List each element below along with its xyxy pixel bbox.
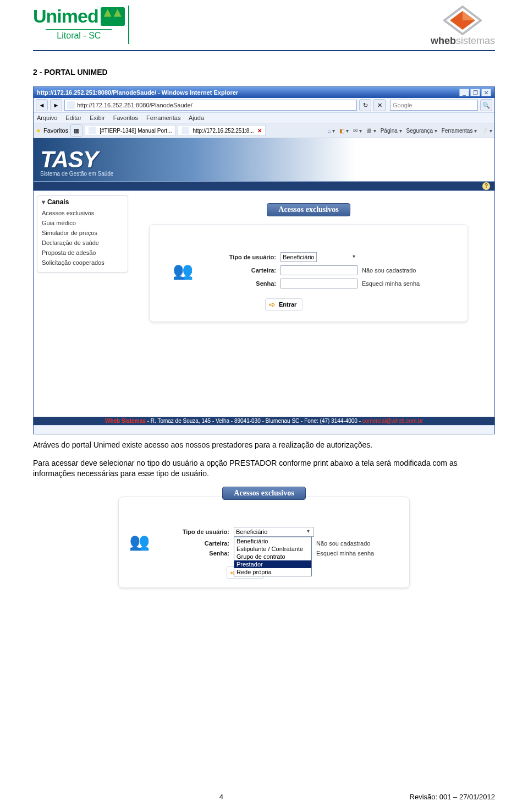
unimed-logo: Unimed Litoral - SC (33, 6, 129, 44)
tasy-banner: TASY Sistema de Gestão em Saúde (34, 138, 494, 181)
star-icon: ★ (36, 127, 41, 134)
paragraph-1: Atráves do portal Unimed existe acesso a… (33, 440, 495, 450)
search-button[interactable]: 🔍 (480, 99, 492, 111)
browser-toolbar-right: ⌂ ◧ ✉ 🖶 Página Segurança Ferramentas ❔ (328, 128, 493, 134)
revision-text: Revisão: 001 – 27/01/2012 (410, 793, 495, 801)
dd-option-prestador[interactable]: Prestador (234, 560, 311, 568)
page-icon (182, 127, 189, 134)
home-icon[interactable]: ⌂ (328, 128, 336, 134)
dd-option-estipulante[interactable]: Estipulante / Contratante (234, 545, 311, 553)
search-placeholder: Google (393, 102, 412, 108)
menu-ajuda[interactable]: Ajuda (189, 115, 204, 121)
browser-window: http://172.16.252.251:8080/PlanodeSaude/… (33, 86, 495, 434)
minimize-button[interactable]: _ (459, 89, 469, 96)
browser-menu: Arquivo Editar Exibir Favoritos Ferramen… (34, 113, 494, 123)
sidebar-title[interactable]: Canais (42, 198, 123, 206)
unimed-tree-icon (101, 7, 125, 26)
help-icon[interactable]: ? (482, 182, 490, 190)
dd-option-rede[interactable]: Rede própria (234, 568, 311, 576)
link-nao-cadastrado-2[interactable]: Não sou cadastrado (316, 540, 399, 547)
users-icon: 👥 (173, 261, 222, 280)
dd-option-beneficiario[interactable]: Beneficiário (234, 537, 311, 545)
link-nao-cadastrado[interactable]: Não sou cadastrado (362, 267, 444, 274)
url-text: http://172.16.252.251:8080/PlanodeSaude/ (77, 102, 193, 108)
tab-row: ★Favoritos ▦ [#TIERP-1348] Manual Port..… (34, 123, 494, 138)
label-carteira-2: Carteira: (178, 540, 229, 547)
entrar-button[interactable]: ➪ Entrar (265, 298, 302, 310)
paragraph-2: Para acessar deve selecionar no tipo do … (33, 458, 495, 479)
menu-exibir[interactable]: Exibir (90, 115, 105, 121)
screenshot-2: Acessos exclusivos 👥 Tipo de usuário: Be… (118, 487, 410, 588)
toolbar-pagina[interactable]: Página (381, 128, 402, 134)
browser-tab-1[interactable]: [#TIERP-1348] Manual Port... (85, 125, 175, 136)
refresh-button[interactable]: ↻ (359, 99, 371, 111)
input-carteira[interactable] (280, 265, 358, 275)
wheb-logo: whebsistemas (431, 6, 495, 47)
sidebar-item-declaracao[interactable]: Declaração de saúde (42, 238, 123, 248)
arrow-right-icon: ➪ (269, 300, 276, 309)
mail-icon[interactable]: ✉ (353, 128, 362, 134)
sidebar-item-simulador[interactable]: Simulador de preços (42, 228, 123, 238)
back-button[interactable]: ◄ (36, 99, 48, 111)
main-panel: Acessos exclusivos 👥 Tipo de usuário: Be… (128, 195, 489, 417)
dd-option-grupo[interactable]: Grupo de contrato (234, 553, 311, 560)
select-tipo-usuario-2[interactable] (234, 527, 314, 537)
menu-ferramentas[interactable]: Ferramentas (146, 115, 180, 121)
sidebar: Canais Acessos exclusivos Guia médico Si… (34, 195, 128, 417)
forward-button[interactable]: ► (50, 99, 62, 111)
top-strip: ? (34, 181, 494, 191)
label-carteira: Carteira: (227, 267, 276, 274)
window-title-text: http://172.16.252.251:8080/PlanodeSaude/… (37, 89, 238, 96)
tasy-tagline: Sistema de Gestão em Saúde (40, 171, 113, 177)
page-icon (67, 101, 75, 109)
unimed-subtitle: Litoral - SC (46, 29, 112, 41)
address-bar[interactable]: http://172.16.252.251:8080/PlanodeSaude/ (64, 100, 357, 111)
close-button[interactable]: ✕ (481, 89, 491, 96)
dropdown-list: Beneficiário Estipulante / Contratante G… (234, 537, 312, 576)
tab-close-icon[interactable]: ✕ (257, 128, 262, 134)
help-icon[interactable]: ❔ (481, 128, 492, 134)
content-area: Canais Acessos exclusivos Guia médico Si… (34, 191, 494, 417)
maximize-button[interactable]: ❐ (470, 89, 480, 96)
search-box[interactable]: Google (390, 100, 478, 111)
app-footer: Wheb Sistemas - R. Tomaz de Souza, 145 -… (34, 417, 494, 425)
page-number: 4 (219, 793, 223, 801)
toolbar-seguranca[interactable]: Segurança (406, 128, 437, 134)
label-tipo-2: Tipo de usuário: (178, 528, 229, 535)
panel-title: Acessos exclusivos (267, 203, 350, 216)
tab-grid-button[interactable]: ▦ (70, 124, 82, 137)
sidebar-item-proposta[interactable]: Proposta de adesão (42, 248, 123, 258)
sidebar-item-guia[interactable]: Guia médico (42, 218, 123, 228)
label-senha: Senha: (227, 280, 276, 287)
stop-button[interactable]: ✕ (373, 99, 386, 111)
wheb-brand-text: whebsistemas (431, 35, 495, 47)
link-esqueci-senha[interactable]: Esqueci minha senha (362, 280, 444, 287)
wheb-diamond-icon (443, 6, 482, 35)
login-card: 👥 Tipo de usuário: Beneficiário Carteira… (149, 224, 468, 322)
body-text: Atráves do portal Unimed existe acesso a… (33, 440, 495, 479)
browser-status-bar (34, 425, 494, 434)
label-tipo: Tipo de usuário: (227, 254, 276, 260)
print-icon[interactable]: 🖶 (366, 128, 376, 134)
select-tipo-usuario[interactable]: Beneficiário (280, 252, 317, 262)
link-esqueci-senha-2[interactable]: Esqueci minha senha (316, 550, 399, 557)
address-bar-row: ◄ ► http://172.16.252.251:8080/PlanodeSa… (34, 98, 494, 113)
feeds-icon[interactable]: ◧ (339, 128, 349, 134)
section-title: 2 - PORTAL UNIMED (33, 68, 495, 77)
sidebar-item-solicitacao[interactable]: Solicitação cooperados (42, 258, 123, 268)
input-senha[interactable] (280, 279, 358, 288)
toolbar-ferramentas[interactable]: Ferramentas (442, 128, 477, 134)
menu-arquivo[interactable]: Arquivo (37, 115, 57, 121)
page-footer: 4 Revisão: 001 – 27/01/2012 (33, 793, 495, 801)
vertical-divider (128, 6, 129, 44)
login-card-2: 👥 Tipo de usuário: Beneficiário Estipula… (118, 497, 410, 588)
page-header: Unimed Litoral - SC whebsistemas (33, 6, 495, 47)
menu-editar[interactable]: Editar (65, 115, 81, 121)
menu-favoritos[interactable]: Favoritos (113, 115, 138, 121)
header-divider (33, 50, 495, 51)
browser-tab-active[interactable]: http://172.16.252.251:8...✕ (178, 125, 265, 136)
sidebar-item-acessos[interactable]: Acessos exclusivos (42, 208, 123, 218)
page-icon (89, 127, 96, 134)
label-senha-2: Senha: (178, 550, 229, 557)
favorites-bar[interactable]: ★Favoritos (36, 127, 68, 134)
